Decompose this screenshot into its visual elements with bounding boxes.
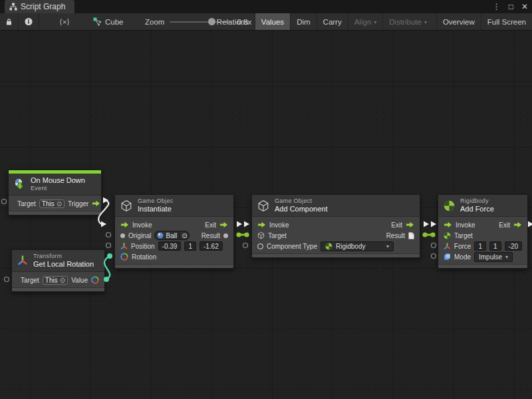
object-wire-end: [430, 232, 435, 237]
variables-button[interactable]: ⟨×⟩: [39, 13, 90, 30]
port-label-component-type: Component Type: [267, 243, 317, 250]
exec-input-port[interactable]: [257, 221, 266, 228]
node-category: Transform: [33, 253, 94, 260]
rigidbody-icon: [444, 232, 451, 239]
port-label-mode: Mode: [454, 253, 471, 261]
exec-wire-arrow[interactable]: [431, 221, 436, 227]
object-wire-end: [236, 232, 241, 237]
script-graph-icon: [93, 17, 102, 26]
rotation-icon: [120, 253, 128, 261]
code-icon: ⟨×⟩: [59, 17, 70, 27]
dim-button[interactable]: Dim: [290, 13, 316, 30]
port-label-target: Target: [454, 232, 473, 239]
lock-button[interactable]: [0, 13, 18, 30]
value-output-port[interactable]: [223, 233, 228, 238]
target-this-chip[interactable]: This ⊙: [43, 276, 68, 285]
target-this-chip[interactable]: This ⊙: [39, 200, 65, 208]
carry-button[interactable]: Carry: [317, 13, 348, 30]
chevron-down-icon: ▾: [386, 244, 389, 249]
exec-input-port[interactable]: [120, 221, 129, 228]
node-instantiate[interactable]: Game Objec Instantiate Invoke Exit Or: [114, 194, 234, 269]
exec-output-port[interactable]: [92, 200, 100, 207]
force-y-field[interactable]: 1: [489, 241, 501, 251]
object-picker-icon[interactable]: ⊙: [60, 277, 65, 284]
port-label-invoke: Invoke: [132, 221, 152, 229]
port-ring[interactable]: [106, 233, 111, 237]
graph-icon: [9, 3, 17, 11]
node-get-local-rotation[interactable]: Transform Get Local Rotation Target This…: [11, 249, 105, 292]
position-y-field[interactable]: 1: [184, 241, 196, 251]
document-icon: [408, 232, 414, 239]
port-label-rotation: Rotation: [132, 253, 156, 261]
close-icon[interactable]: ✕: [521, 2, 528, 11]
rigidbody-icon: [444, 200, 455, 211]
exec-output-port[interactable]: [513, 221, 522, 228]
port-ring[interactable]: [243, 243, 248, 248]
port-label-original: Original: [128, 232, 151, 239]
vector3-icon: [444, 243, 451, 250]
values-button[interactable]: Values: [255, 13, 290, 30]
align-button[interactable]: Align▾: [348, 13, 383, 30]
overview-button[interactable]: Overview: [436, 13, 481, 30]
port-label-result: Result: [386, 232, 405, 239]
node-add-component[interactable]: Game Object Add Component Invoke Exit: [251, 194, 420, 258]
graph-canvas[interactable]: On Mouse Down Event Target This ⊙ Trigge…: [0, 31, 532, 399]
mode-dropdown[interactable]: Impulse ▾: [474, 252, 513, 262]
original-object-field[interactable]: Ball ⊙: [154, 231, 189, 240]
port-label-position: Position: [131, 243, 155, 250]
port-ring[interactable]: [432, 254, 436, 259]
port-label-exit: Exit: [205, 221, 216, 229]
port-label-invoke: Invoke: [269, 221, 289, 229]
chevron-down-icon: ▾: [505, 255, 508, 260]
component-type-port[interactable]: [257, 243, 263, 249]
zoom-label: Zoom: [145, 18, 164, 26]
tab-script-graph[interactable]: Script Graph: [5, 0, 74, 13]
window-menu-icon[interactable]: ⋮: [493, 2, 501, 11]
exec-output-port[interactable]: [219, 221, 228, 228]
node-category: Game Object: [275, 198, 328, 205]
node-title: Add Force: [460, 205, 494, 213]
graph-name: Cube: [105, 18, 124, 26]
object-picker-icon[interactable]: ⊙: [57, 200, 62, 207]
exec-wire-arrow: [103, 198, 108, 203]
position-z-field[interactable]: -1.62: [200, 241, 223, 251]
node-category: Rigidbody: [460, 198, 494, 205]
value-wire[interactable]: [104, 256, 110, 279]
node-add-force[interactable]: Rigidbody Add Force Invoke Exit: [438, 194, 528, 269]
full-screen-button[interactable]: Full Screen: [481, 13, 532, 30]
port-label-exit: Exit: [391, 221, 402, 229]
port-label-target: Target: [17, 200, 36, 207]
distribute-button[interactable]: Distribute▾: [382, 13, 433, 30]
port-ring[interactable]: [2, 200, 7, 204]
game-object-icon: [257, 200, 269, 212]
port-ring[interactable]: [106, 243, 111, 248]
exec-wire-arrow[interactable]: [424, 221, 429, 227]
port-label-value: Value: [71, 277, 88, 284]
ball-icon: [157, 232, 164, 239]
object-picker-icon[interactable]: ⊙: [179, 232, 187, 239]
port-ring[interactable]: [432, 243, 436, 248]
value-input-port[interactable]: [120, 233, 125, 238]
info-button[interactable]: [18, 13, 39, 30]
force-z-field[interactable]: -20: [505, 241, 522, 251]
relations-button[interactable]: Relations: [211, 13, 255, 30]
transform-icon: [17, 255, 28, 266]
port-ring[interactable]: [5, 277, 9, 282]
port-label-result: Result: [201, 232, 220, 239]
port-label-target: Target: [21, 277, 39, 284]
port-label-exit: Exit: [499, 221, 510, 229]
exec-input-port[interactable]: [444, 221, 452, 228]
exec-wire-arrow: [528, 221, 532, 227]
exec-wire-arrow[interactable]: [244, 221, 249, 227]
exec-output-port[interactable]: [406, 221, 414, 228]
port-label-invoke: Invoke: [456, 221, 475, 229]
maximize-icon[interactable]: □: [509, 2, 513, 11]
graph-breadcrumb[interactable]: Cube: [93, 13, 124, 30]
position-x-field[interactable]: -0.39: [158, 241, 182, 251]
node-on-mouse-down[interactable]: On Mouse Down Event Target This ⊙ Trigge…: [8, 170, 102, 215]
exec-wire-arrow: [101, 221, 106, 227]
force-x-field[interactable]: 1: [474, 241, 486, 251]
exec-wire-arrow[interactable]: [237, 221, 242, 227]
title-bar: Script Graph ⋮ □ ✕: [0, 0, 532, 13]
component-type-dropdown[interactable]: Rigidbody ▾: [321, 241, 394, 251]
